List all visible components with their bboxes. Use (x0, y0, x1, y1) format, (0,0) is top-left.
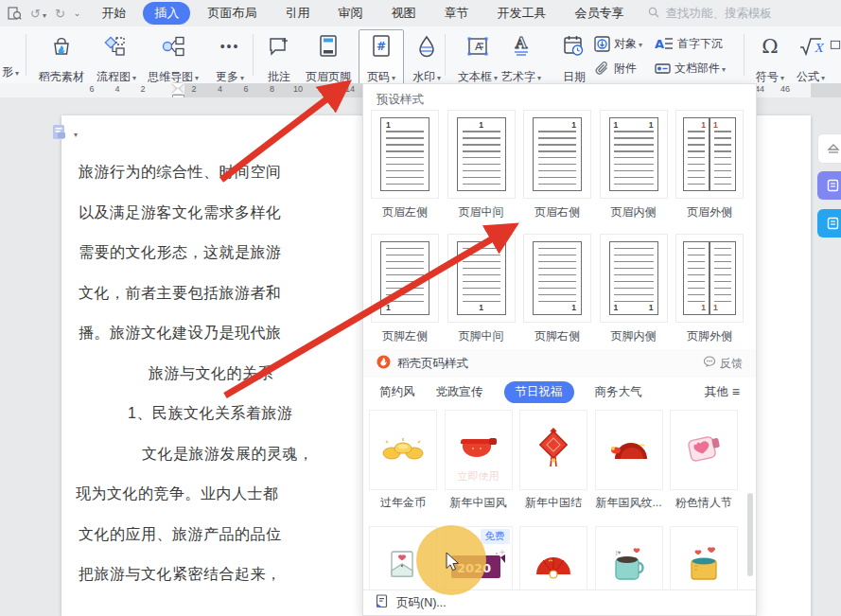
page-settings-widget[interactable]: ▾ (52, 124, 78, 145)
docer-style-card[interactable] (519, 526, 587, 590)
menu-tab-引用[interactable]: 引用 (273, 2, 321, 25)
preset-style-页眉内侧[interactable]: 11 (600, 110, 668, 199)
doc-parts-button[interactable]: 文档部件▾ (655, 58, 726, 79)
dropcap-button[interactable]: A首字下沉 (655, 33, 723, 54)
thumbnail-page-number: 1 (479, 304, 483, 312)
search-box[interactable]: 查找功能、搜索模板 (648, 6, 772, 22)
thumbnail-page-number: 1 (479, 121, 483, 130)
thumbnail-lines (634, 248, 654, 302)
docer-style-card[interactable] (519, 410, 587, 490)
feedback-link[interactable]: 反馈 (703, 356, 743, 372)
more-dots-icon: ••• (220, 34, 240, 59)
search-placeholder: 查找功能、搜索模板 (665, 6, 772, 22)
docer-style-card[interactable] (670, 410, 738, 490)
date-icon (562, 34, 587, 59)
docer-style-label: 新年中国风 (442, 495, 516, 511)
omega-icon: Ω (762, 34, 778, 59)
preset-style-页眉左侧[interactable]: 1 (371, 110, 439, 199)
ruler-number: 2 (191, 84, 196, 94)
menu-tab-视图[interactable]: 视图 (379, 2, 427, 25)
page-number-icon: # (371, 34, 392, 59)
wps-writer-window: { "menubar": { "tabs": [ {"label": "开始",… (0, 0, 841, 616)
float-eject-button[interactable] (817, 133, 841, 164)
docer-bag-icon (50, 34, 73, 59)
attachment-button[interactable]: 附件 (594, 58, 637, 79)
docer-style-card[interactable] (670, 526, 738, 590)
ribbon-divider (253, 34, 254, 76)
docer-tab-节日祝福[interactable]: 节日祝福 (504, 381, 574, 403)
object-button[interactable]: 对象▾ (594, 33, 642, 54)
page-number-dialog-icon (376, 594, 389, 612)
menu-tab-开发工具[interactable]: 开发工具 (485, 2, 557, 25)
thumbnail-lines (538, 131, 576, 185)
thumbnail-lines (538, 248, 576, 302)
object-icon (594, 35, 610, 52)
preset-style-label: 页脚右侧 (523, 328, 591, 344)
free-badge: 免费 (481, 529, 510, 544)
preset-style-页脚外侧[interactable]: 11 (675, 234, 744, 323)
docer-logo-icon (377, 355, 391, 373)
thumbnail-page-number: 1 (386, 121, 391, 130)
docer-tab-党政宣传[interactable]: 党政宣传 (436, 384, 483, 400)
preset-style-页脚右侧[interactable]: 1 (523, 234, 591, 323)
svg-text:X: X (815, 42, 824, 55)
undo-icon[interactable]: ↺▾ (30, 8, 46, 20)
float-blue-doc-button[interactable] (817, 209, 841, 238)
panel-scrollbar-thumb[interactable] (747, 493, 753, 576)
thumbnail-lines (463, 248, 500, 302)
thumbnail-page: 11 (609, 241, 658, 315)
ruler-number: 6 (89, 84, 94, 94)
docer-tab-商务大气[interactable]: 商务大气 (595, 384, 642, 400)
thumbnail-page: 1 (683, 117, 710, 191)
chevron-down-icon: ▾ (639, 41, 642, 49)
thumbnail-lines (614, 248, 634, 302)
preset-style-页眉中间[interactable]: 1 (447, 110, 516, 199)
thumbnail-page-number: 1 (571, 304, 576, 312)
feedback-bubble-icon (703, 356, 716, 371)
ruler-number: 10 (293, 84, 303, 94)
ruler-number: 14 (345, 84, 355, 94)
red-arc-icon (607, 436, 651, 465)
menu-tab-会员专享[interactable]: 会员专享 (563, 2, 635, 25)
thumbnail-column (634, 118, 654, 190)
ribbon-divider (26, 34, 26, 76)
preset-style-label: 页眉外侧 (675, 204, 744, 220)
svg-text:2020: 2020 (456, 561, 490, 575)
docer-style-card[interactable]: 2020免费 (445, 526, 513, 590)
chevron-down-icon: ▾ (437, 74, 441, 82)
preset-style-页脚左侧[interactable]: 1 (371, 234, 439, 323)
docer-style-card[interactable]: 立即使用 (445, 410, 513, 490)
preset-style-页脚内侧[interactable]: 11 (600, 234, 668, 323)
flowchart-icon (104, 34, 129, 59)
preset-styles-title: 预设样式 (377, 92, 424, 108)
envelope-heart-icon (384, 546, 422, 588)
docer-style-card[interactable] (369, 526, 437, 590)
red-fan-icon (532, 550, 575, 584)
page-number-dialog-item[interactable]: 页码(N)... (396, 595, 447, 611)
docer-tab-more[interactable]: 其他≡ (705, 384, 740, 400)
shapes-button-partial[interactable]: 形▾ (0, 29, 26, 86)
menu-tab-插入[interactable]: 插入 (143, 2, 190, 25)
comment-plus-icon (268, 34, 290, 59)
docer-style-card[interactable] (369, 410, 437, 490)
thumbnail-lines (714, 131, 731, 185)
preset-style-页眉外侧[interactable]: 11 (675, 110, 744, 199)
preset-style-页脚中间[interactable]: 1 (447, 234, 516, 323)
menu-tab-审阅[interactable]: 审阅 (326, 2, 374, 25)
customize-toolbar-icon[interactable]: ⌄ (74, 9, 81, 18)
preset-style-页眉右侧[interactable]: 1 (523, 110, 591, 199)
thumbnail-page: 1 (457, 241, 506, 315)
menu-tab-页面布局[interactable]: 页面布局 (196, 2, 268, 25)
zoom-tool-icon[interactable] (8, 7, 22, 21)
docer-style-card[interactable] (595, 410, 663, 490)
ruler-number: 6 (243, 84, 248, 94)
redo-icon[interactable]: ↻ (55, 8, 65, 20)
chevron-down-icon: ▾ (240, 74, 244, 82)
menu-tab-开始[interactable]: 开始 (90, 2, 137, 25)
docer-style-card[interactable]: [♥ (595, 526, 663, 590)
docer-category-tabs: 简约风党政宣传节日祝福商务大气其他≡ (363, 379, 756, 404)
float-purple-doc-button[interactable] (817, 171, 841, 200)
menu-tab-章节[interactable]: 章节 (432, 2, 480, 25)
docer-tab-简约风[interactable]: 简约风 (379, 384, 415, 400)
panel-scroll-area[interactable]: 预设样式 1页眉左侧1页眉中间1页眉右侧11页眉内侧11页眉外侧1页脚左侧1页脚… (363, 84, 756, 590)
